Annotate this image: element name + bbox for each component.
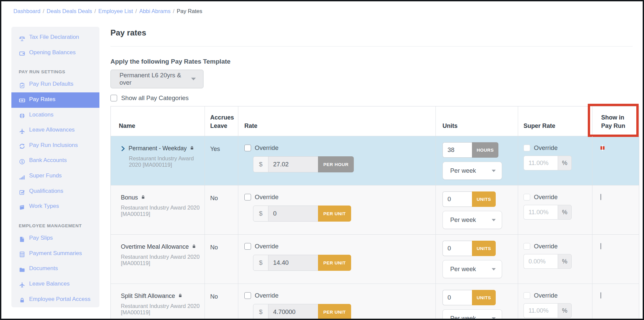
units-period-dropdown[interactable]: Per week: [442, 211, 502, 229]
table-header-row: Name Accrues Leave Rate Units Super Rate…: [111, 106, 639, 136]
units-value-input[interactable]: 0: [442, 241, 472, 256]
sidebar-item-super-funds[interactable]: Super Funds: [11, 169, 99, 184]
super-override-checkbox[interactable]: [524, 243, 530, 250]
award-reference: Restaurant Industry Award 2020 [MA000119…: [121, 254, 200, 266]
units-unit-addon: UNITS: [472, 191, 496, 207]
breadcrumb-link-employee[interactable]: Abbi Abrams: [139, 8, 171, 14]
show-all-pay-categories-checkbox[interactable]: [110, 95, 117, 101]
sidebar-item-tax-file-declaration[interactable]: Tax File Declaration: [11, 30, 99, 46]
units-unit-addon: UNITS: [472, 290, 496, 305]
units-period-dropdown[interactable]: Per week: [442, 162, 502, 180]
units-value-input[interactable]: 38: [442, 142, 472, 158]
sidebar-item-bank-accounts[interactable]: $Bank Accounts: [11, 153, 99, 169]
column-header-show-in-pay-run: Show in Pay Run: [592, 106, 640, 136]
units-period-value: Per week: [450, 265, 476, 273]
chevron-down-icon: [492, 170, 496, 172]
accrues-leave-value: No: [205, 284, 238, 320]
sidebar-item-label: Locations: [29, 111, 54, 118]
clipboard-icon: [19, 81, 25, 89]
award-reference: Restaurant Industry Award 2020 [MA000119…: [121, 303, 200, 316]
sidebar-item-pay-run-inclusions[interactable]: Pay Run Inclusions: [11, 138, 99, 154]
sidebar-item-label: Leave Balances: [29, 281, 70, 287]
sidebar-item-qualifications[interactable]: Qualifications: [11, 184, 99, 199]
rate-unit-addon: PER UNIT: [318, 255, 351, 271]
award-reference: Restaurant Industry Award 2020 [MA000119…: [121, 205, 200, 217]
units-input-group: 38 HOURS: [442, 142, 498, 158]
currency-prefix: $: [253, 304, 268, 320]
sidebar-item-label: Qualifications: [29, 188, 63, 194]
column-header-accrues-leave: Accrues Leave: [205, 106, 238, 136]
percent-suffix: %: [558, 303, 572, 318]
super-rate-input-group: 11.00% %: [524, 303, 572, 318]
rate-unit-addon: PER UNIT: [318, 304, 351, 320]
show-in-pay-run-checkbox[interactable]: [600, 243, 601, 249]
units-value-input[interactable]: 0: [442, 191, 472, 207]
table-row: Bonus Restaurant Industry Award 2020 [MA…: [111, 185, 639, 234]
annotation-red-box: [600, 146, 605, 150]
super-override-checkbox[interactable]: [524, 194, 530, 201]
breadcrumb-link-business[interactable]: Deals Deals Deals: [47, 8, 92, 14]
sidebar-item-label: Work Types: [29, 203, 59, 209]
pay-category-name: Bonus: [121, 194, 138, 201]
sidebar-item-employee-portal-access[interactable]: Employee Portal Access: [11, 292, 99, 307]
super-rate-input: 11.00%: [524, 156, 558, 170]
pay-category-name: Split Shift Allowance: [121, 293, 175, 300]
sidebar-item-pay-run-defaults[interactable]: Pay Run Defaults: [11, 77, 99, 92]
rate-unit-addon: PER HOUR: [318, 156, 354, 172]
show-in-pay-run-checkbox[interactable]: [600, 292, 601, 299]
rate-override-checkbox[interactable]: [244, 243, 251, 250]
currency-prefix: $: [253, 206, 268, 222]
rate-override-label: Override: [255, 243, 278, 250]
lock-icon: [141, 194, 145, 201]
breadcrumb-current: Pay Rates: [177, 8, 202, 14]
rate-input-group: $ 4.70000 PER UNIT: [253, 304, 351, 320]
award-reference: Restaurant Industry Award 2020 [MA000119…: [129, 155, 200, 168]
sidebar-item-leave-balances[interactable]: Leave Balances: [11, 277, 99, 292]
units-value-input[interactable]: 0: [442, 290, 472, 305]
rate-override-checkbox[interactable]: [244, 145, 251, 151]
units-unit-addon: UNITS: [472, 241, 496, 256]
sidebar-item-pay-slips[interactable]: Pay Slips: [11, 231, 99, 246]
rate-value-input: 0: [268, 206, 318, 222]
super-rate-input-group: 11.00% %: [524, 205, 572, 220]
rate-override-label: Override: [255, 144, 278, 152]
lock-icon: [192, 243, 196, 250]
sidebar-item-label: Pay Slips: [29, 235, 53, 241]
super-rate-input-group: 11.00% %: [524, 156, 572, 170]
globe-icon: [19, 112, 25, 120]
rate-value-input: 14.40: [268, 255, 318, 271]
column-header-units: Units: [435, 106, 518, 136]
breadcrumb-link-dashboard[interactable]: Dashboard: [13, 8, 41, 14]
sidebar-item-work-types[interactable]: Work Types: [11, 199, 99, 215]
sidebar-item-documents[interactable]: Documents: [11, 261, 99, 277]
sidebar-item-leave-allowances[interactable]: Leave Allowances: [11, 123, 99, 138]
pay-rates-template-dropdown[interactable]: Permanent L6 20yrs & over: [110, 70, 204, 88]
percent-suffix: %: [558, 156, 572, 170]
sidebar-item-label: Pay Rates: [29, 96, 55, 102]
units-period-dropdown[interactable]: Per week: [442, 309, 502, 320]
accrues-leave-value: No: [205, 235, 238, 284]
sidebar-item-label: Pay Run Defaults: [29, 81, 73, 87]
dollar-circle-icon: $: [19, 157, 25, 166]
sidebar-item-payment-summaries[interactable]: Payment Summaries: [11, 246, 99, 262]
table-row: Split Shift Allowance Restaurant Industr…: [111, 284, 639, 320]
lock-icon: [178, 293, 182, 300]
show-in-pay-run-checkbox[interactable]: [600, 194, 601, 200]
rate-override-checkbox[interactable]: [244, 194, 251, 201]
currency-prefix: $: [253, 156, 268, 172]
sidebar-item-pay-rates[interactable]: Pay Rates: [11, 92, 99, 108]
sidebar-item-locations[interactable]: Locations: [11, 108, 99, 123]
expand-chevron-icon[interactable]: [121, 146, 126, 151]
sidebar-item-opening-balances[interactable]: Opening Balances: [11, 46, 99, 61]
units-period-value: Per week: [450, 167, 476, 174]
breadcrumb-link-employee-list[interactable]: Employee List: [98, 8, 133, 14]
rate-override-checkbox[interactable]: [244, 292, 251, 299]
table-row: Overtime Meal Allowance Restaurant Indus…: [111, 234, 639, 284]
super-override-checkbox[interactable]: [524, 145, 530, 151]
file-icon: [19, 235, 25, 243]
super-override-checkbox[interactable]: [524, 292, 530, 299]
employee-sidebar: Tax File Declaration Opening Balances PA…: [11, 27, 99, 307]
plane-icon: [19, 281, 25, 289]
show-in-pay-run-checkbox[interactable]: [602, 145, 603, 151]
units-period-dropdown[interactable]: Per week: [442, 260, 502, 278]
